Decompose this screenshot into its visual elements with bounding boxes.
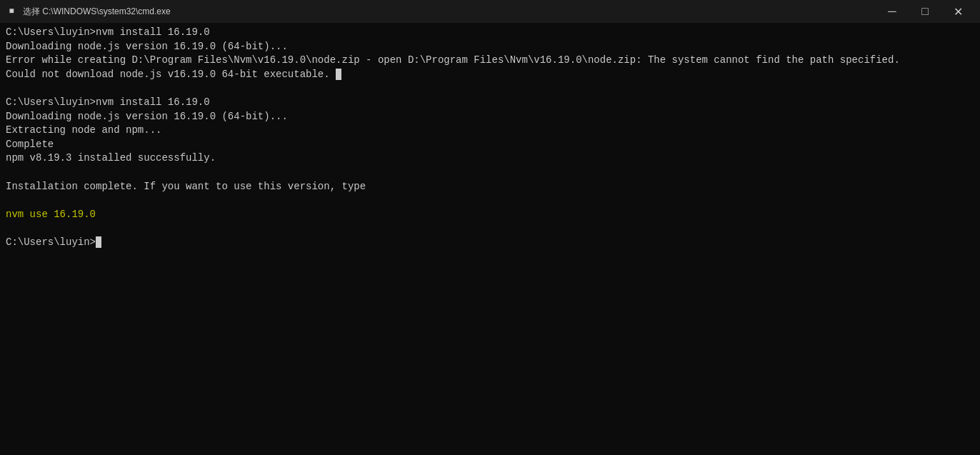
terminal-empty-4	[6, 221, 974, 236]
terminal-line-9: npm v8.19.3 installed successfully.	[6, 151, 974, 166]
terminal-line-2: Downloading node.js version 16.19.0 (64-…	[6, 40, 974, 54]
terminal-line-10: Installation complete. If you want to us…	[6, 180, 974, 194]
terminal-line-7: Extracting node and npm...	[6, 124, 974, 138]
cursor-2	[96, 236, 101, 248]
terminal-empty-2	[6, 166, 974, 180]
cmd-icon: ■	[6, 6, 17, 17]
terminal-line-6: Downloading node.js version 16.19.0 (64-…	[6, 110, 974, 124]
terminal-empty-1	[6, 81, 974, 96]
minimize-button[interactable]: ─	[876, 0, 909, 23]
title-bar-left: ■ 选择 C:\WINDOWS\system32\cmd.exe	[6, 6, 171, 18]
title-bar-text: 选择 C:\WINDOWS\system32\cmd.exe	[23, 6, 171, 18]
cursor-1	[336, 69, 341, 80]
terminal-line-12: C:\Users\luyin>	[6, 236, 974, 250]
cmd-window: ■ 选择 C:\WINDOWS\system32\cmd.exe ─ □ ✕ C…	[0, 0, 980, 455]
title-bar-controls: ─ □ ✕	[876, 0, 974, 23]
maximize-button[interactable]: □	[909, 0, 941, 23]
title-bar: ■ 选择 C:\WINDOWS\system32\cmd.exe ─ □ ✕	[0, 0, 980, 23]
terminal-line-4: Could not download node.js v16.19.0 64-b…	[6, 68, 974, 82]
terminal-line-1: C:\Users\luyin>nvm install 16.19.0	[6, 26, 974, 40]
terminal-line-11: nvm use 16.19.0	[6, 208, 974, 222]
close-button[interactable]: ✕	[941, 0, 974, 23]
terminal-line-3: Error while creating D:\Program Files\Nv…	[6, 54, 974, 68]
terminal-empty-3	[6, 194, 974, 208]
terminal-body[interactable]: C:\Users\luyin>nvm install 16.19.0 Downl…	[0, 23, 980, 455]
terminal-line-8: Complete	[6, 138, 974, 152]
terminal-line-5: C:\Users\luyin>nvm install 16.19.0	[6, 96, 974, 110]
